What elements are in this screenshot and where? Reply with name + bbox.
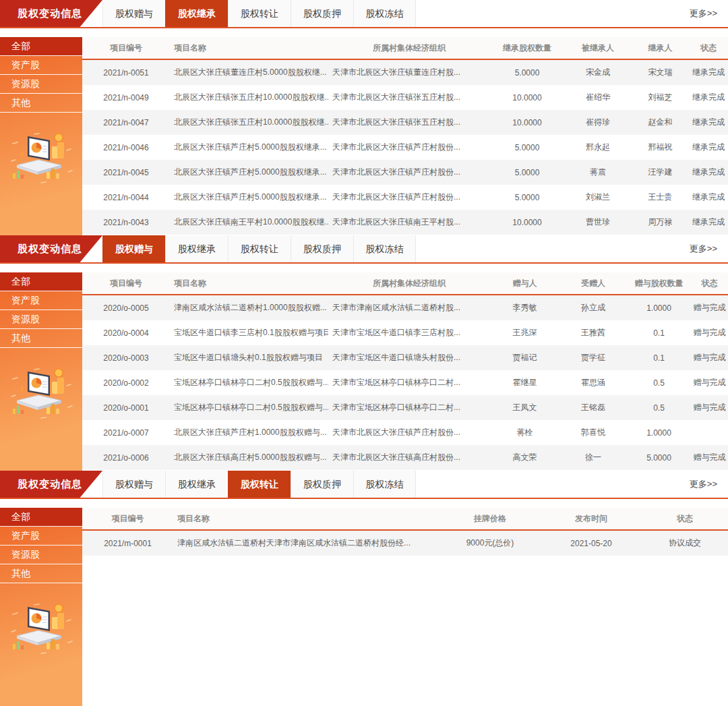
table-cell: 继承完成 <box>689 167 728 178</box>
table-row[interactable]: 2020/o-0003宝坻区牛道口镇塘头村0.1股股权赠与项目天津市宝坻区牛道口… <box>82 345 728 370</box>
tab-股权转让[interactable]: 股权转让 <box>228 471 291 498</box>
table-row[interactable]: 2021/o-0006北辰区大张庄镇高庄村5.0000股股权赠与...天津市北辰… <box>82 445 728 470</box>
table-row[interactable]: 2021/n-0044北辰区大张庄镇芦庄村5.0000股股权继承...天津市北辰… <box>82 185 728 210</box>
column-header: 赠与股权数量 <box>627 278 691 289</box>
tab-股权冻结[interactable]: 股权冻结 <box>353 471 416 498</box>
table-cell: 天津市北辰区大张庄镇芦庄村股份... <box>328 427 490 438</box>
tab-股权转让[interactable]: 股权转让 <box>228 0 291 27</box>
table-cell: 天津市北辰区大张庄镇董连庄村股... <box>328 67 490 78</box>
sidebar-item-全部[interactable]: 全部 <box>0 37 82 56</box>
column-header: 项目编号 <box>82 278 170 289</box>
equity-panel: 股权变动信息 股权赠与股权继承股权转让股权质押股权冻结 更多>> 全部资产股资源… <box>0 471 728 706</box>
table-cell: 北辰区大张庄镇董连庄村5.0000股股权继... <box>170 67 328 78</box>
sidebar-item-资源股[interactable]: 资源股 <box>0 310 82 329</box>
panel-topbar: 股权变动信息 股权赠与股权继承股权转让股权质押股权冻结 更多>> <box>0 235 728 264</box>
table-cell: 北辰区大张庄镇芦庄村5.0000股股权继承... <box>170 142 328 153</box>
column-header: 赠与人 <box>490 278 559 289</box>
tab-股权继承[interactable]: 股权继承 <box>165 0 228 27</box>
column-header: 被继承人 <box>564 42 632 54</box>
table-row[interactable]: 2020/o-0004宝坻区牛道口镇李三店村0.1股股权赠与项目天津市宝坻区牛道… <box>82 320 728 345</box>
table-cell: 王兆深 <box>490 327 559 339</box>
tab-股权继承[interactable]: 股权继承 <box>165 235 228 262</box>
table-cell: 2020/o-0002 <box>82 378 170 388</box>
category-list: 全部资产股资源股其他 <box>0 37 82 113</box>
table-header-row: 项目编号项目名称所属村集体经济组织赠与人受赠人赠与股权数量状态 <box>82 272 728 295</box>
sidebar-item-资产股[interactable]: 资产股 <box>0 291 82 310</box>
more-link[interactable]: 更多>> <box>690 235 728 262</box>
sidebar-item-资源股[interactable]: 资源股 <box>0 75 82 94</box>
table-row[interactable]: 2021/n-0051北辰区大张庄镇董连庄村5.0000股股权继...天津市北辰… <box>82 60 728 85</box>
panel-topbar: 股权变动信息 股权赠与股权继承股权转让股权质押股权冻结 更多>> <box>0 471 728 499</box>
sidebar-item-其他[interactable]: 其他 <box>0 329 82 348</box>
table-cell: 1.0000 <box>627 428 691 438</box>
sidebar-item-全部[interactable]: 全部 <box>0 508 82 527</box>
sidebar-item-全部[interactable]: 全部 <box>0 272 82 291</box>
tab-股权赠与[interactable]: 股权赠与 <box>102 0 165 27</box>
column-header: 状态 <box>642 513 728 525</box>
column-header: 所属村集体经济组织 <box>328 42 490 54</box>
table-cell: 天津市宝坻区牛道口镇李三店村股... <box>328 327 490 339</box>
table-row[interactable]: 2021/n-0045北辰区大张庄镇芦庄村5.0000股股权继承...天津市北辰… <box>82 160 728 185</box>
table-cell: 赠与完成 <box>691 302 728 314</box>
table-cell: 1.0000 <box>627 303 691 313</box>
table-cell: 继承完成 <box>689 216 728 228</box>
table-cell: 津南区咸水沽镇二道桥村天津市津南区咸水沽镇二道桥村股份经... <box>173 537 439 549</box>
table-cell: 宝坻区牛道口镇塘头村0.1股股权赠与项目 <box>170 352 328 363</box>
table-row[interactable]: 2021/n-0043北辰区大张庄镇南王平村10.0000股股权继...天津市北… <box>82 210 728 235</box>
table-row[interactable]: 2021/n-0049北辰区大张庄镇张五庄村10.0000股股权继...天津市北… <box>82 85 728 110</box>
table-cell: 2020/o-0004 <box>82 328 170 338</box>
column-header: 继承股权数量 <box>490 42 564 54</box>
data-table: 项目编号项目名称所属村集体经济组织赠与人受赠人赠与股权数量状态 2020/o-0… <box>82 272 728 471</box>
tab-股权赠与[interactable]: 股权赠与 <box>102 471 165 498</box>
table-cell: 2021/n-0044 <box>82 193 170 202</box>
table-cell: 赠与完成 <box>691 452 728 463</box>
table-cell: 2021/n-0047 <box>82 118 170 127</box>
table-cell: 蒋栓 <box>490 427 559 438</box>
table-cell: 霍继星 <box>490 377 559 388</box>
more-link[interactable]: 更多>> <box>690 471 728 498</box>
table-cell: 2021/n-0045 <box>82 168 170 177</box>
table-row[interactable]: 2020/o-0001宝坻区林亭口镇林亭口二村0.5股股权赠与...天津市宝坻区… <box>82 395 728 420</box>
table-row[interactable]: 2021/n-0046北辰区大张庄镇芦庄村5.0000股股权继承...天津市北辰… <box>82 135 728 160</box>
sidebar-item-资源股[interactable]: 资源股 <box>0 546 82 564</box>
tab-股权转让[interactable]: 股权转让 <box>228 235 291 262</box>
sidebar-item-资产股[interactable]: 资产股 <box>0 56 82 75</box>
table-cell: 0.5 <box>627 378 691 388</box>
table-cell: 继承完成 <box>689 67 728 78</box>
tab-股权继承[interactable]: 股权继承 <box>165 471 228 498</box>
table-row[interactable]: 2021/n-0047北辰区大张庄镇张五庄村10.0000股股权继...天津市北… <box>82 110 728 135</box>
tab-股权赠与[interactable]: 股权赠与 <box>102 235 165 262</box>
table-body: 2021/n-0051北辰区大张庄镇董连庄村5.0000股股权继...天津市北辰… <box>82 60 728 235</box>
table-cell: 宝坻区林亭口镇林亭口二村0.5股股权赠与... <box>170 402 328 413</box>
tab-bar: 股权赠与股权继承股权转让股权质押股权冻结 <box>102 235 416 262</box>
table-cell: 贾福记 <box>490 352 559 363</box>
tab-股权冻结[interactable]: 股权冻结 <box>353 0 416 27</box>
data-table: 项目编号项目名称挂牌价格发布时间状态 2021/m-0001津南区咸水沽镇二道桥… <box>82 508 728 706</box>
table-row[interactable]: 2020/o-0002宝坻区林亭口镇林亭口二村0.5股股权赠与...天津市宝坻区… <box>82 370 728 395</box>
sidebar-item-其他[interactable]: 其他 <box>0 94 82 113</box>
sidebar-item-资产股[interactable]: 资产股 <box>0 527 82 546</box>
panel-title-banner: 股权变动信息 <box>0 235 102 262</box>
panel-topbar: 股权变动信息 股权赠与股权继承股权转让股权质押股权冻结 更多>> <box>0 0 728 28</box>
table-cell: 刘淑兰 <box>564 192 632 203</box>
table-cell: 0.1 <box>627 328 691 338</box>
tab-股权质押[interactable]: 股权质押 <box>291 235 353 262</box>
table-cell: 郭喜悦 <box>559 427 627 438</box>
table-row[interactable]: 2021/m-0001津南区咸水沽镇二道桥村天津市津南区咸水沽镇二道桥村股份经.… <box>82 531 728 556</box>
tab-股权质押[interactable]: 股权质押 <box>291 471 353 498</box>
tab-股权冻结[interactable]: 股权冻结 <box>353 235 416 262</box>
table-cell: 霍思涵 <box>559 377 627 388</box>
table-body: 2021/m-0001津南区咸水沽镇二道桥村天津市津南区咸水沽镇二道桥村股份经.… <box>82 531 728 556</box>
panel-content: 全部资产股资源股其他 <box>0 508 728 706</box>
more-link[interactable]: 更多>> <box>690 0 728 27</box>
equity-panel: 股权变动信息 股权赠与股权继承股权转让股权质押股权冻结 更多>> 全部资产股资源… <box>0 0 728 235</box>
table-row[interactable]: 2020/o-0005津南区咸水沽镇二道桥村1.0000股股权赠...天津市津南… <box>82 295 728 320</box>
laptop-chart-illustration-icon <box>7 130 75 187</box>
table-cell: 0.5 <box>627 403 691 413</box>
sidebar-item-其他[interactable]: 其他 <box>0 564 82 583</box>
table-cell: 继承完成 <box>689 142 728 153</box>
tab-股权质押[interactable]: 股权质押 <box>291 0 353 27</box>
table-row[interactable]: 2021/o-0007北辰区大张庄镇芦庄村1.0000股股权赠与...天津市北辰… <box>82 420 728 445</box>
table-cell: 天津市北辰区大张庄镇张五庄村股... <box>328 92 490 103</box>
column-header: 项目名称 <box>173 513 439 525</box>
